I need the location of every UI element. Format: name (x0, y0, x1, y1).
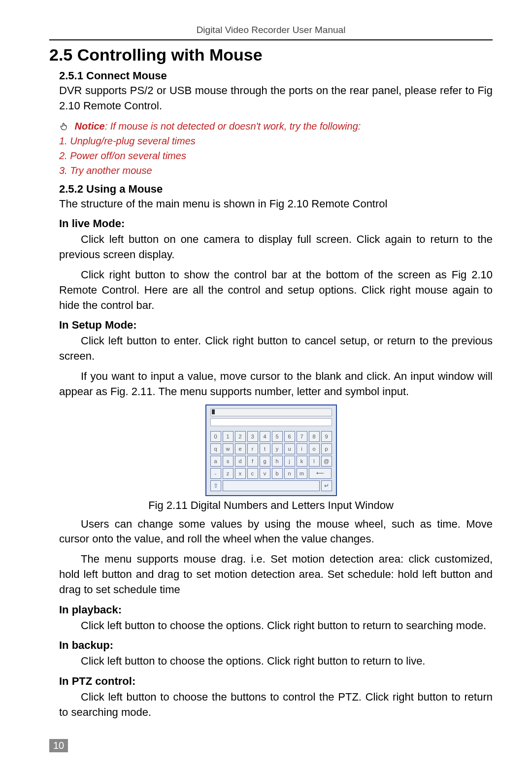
key-backspace[interactable]: ⟵ (309, 468, 332, 479)
key-x[interactable]: x (235, 468, 246, 479)
key-h[interactable]: h (272, 456, 283, 467)
onscreen-keyboard: 0 1 2 3 4 5 6 7 8 9 q w e r t y u i o (205, 404, 337, 496)
subsection-connect-mouse: 2.5.1 Connect Mouse (59, 69, 493, 82)
live-mode-p1: Click left button on one camera to displ… (59, 232, 493, 263)
key-b[interactable]: b (272, 468, 283, 479)
page-number: 10 (49, 739, 68, 752)
key-y[interactable]: y (272, 443, 283, 454)
key-t[interactable]: t (260, 443, 270, 454)
manual-page: Digital Video Recorder User Manual 2.5 C… (0, 0, 532, 772)
using-mouse-intro: The structure of the main menu is shown … (59, 197, 493, 212)
key-r[interactable]: r (247, 443, 258, 454)
figure-caption: Fig 2.11 Digital Numbers and Letters Inp… (49, 499, 493, 512)
playback-p: Click left button to choose the options.… (59, 618, 493, 634)
key-6[interactable]: 6 (284, 431, 295, 442)
subsection-using-mouse: 2.5.2 Using a Mouse (59, 183, 493, 196)
keyboard-row-2: q w e r t y u i o p (210, 443, 332, 454)
keyboard-input-field[interactable] (210, 418, 332, 426)
key-a[interactable]: a (210, 456, 221, 467)
key-4[interactable]: 4 (260, 431, 270, 442)
heading-live-mode: In live Mode: (59, 217, 493, 230)
notice-label: Notice (75, 121, 105, 132)
key-2[interactable]: 2 (235, 431, 246, 442)
keyboard-row-1: 0 1 2 3 4 5 6 7 8 9 (210, 431, 332, 442)
key-c[interactable]: c (247, 468, 258, 479)
heading-backup: In backup: (59, 639, 493, 652)
key-0[interactable]: 0 (210, 431, 221, 442)
keyboard-titlebar (210, 408, 332, 416)
key-n[interactable]: n (284, 468, 295, 479)
notice-item-3: 3. Try another mouse (59, 163, 493, 178)
heading-ptz: In PTZ control: (59, 675, 493, 688)
key-at[interactable]: @ (321, 456, 332, 467)
key-dash[interactable]: - (210, 468, 221, 479)
key-k[interactable]: k (297, 456, 307, 467)
key-l[interactable]: l (309, 456, 320, 467)
key-o[interactable]: o (309, 443, 320, 454)
section-title: 2.5 Controlling with Mouse (49, 45, 493, 65)
hand-pointer-icon (59, 121, 69, 132)
heading-playback: In playback: (59, 604, 493, 616)
heading-setup-mode: In Setup Mode: (59, 319, 493, 332)
figure-2-11: 0 1 2 3 4 5 6 7 8 9 q w e r t y u i o (49, 404, 493, 512)
key-j[interactable]: j (284, 456, 295, 467)
header-rule (49, 39, 493, 40)
key-9[interactable]: 9 (321, 431, 332, 442)
notice-header-line: Notice: If mouse is not detected or does… (59, 119, 493, 134)
keyboard-row-4: - z x c v b n m ⟵ (210, 468, 332, 479)
key-space[interactable] (223, 480, 320, 491)
key-shift[interactable]: ⇧ (210, 480, 221, 491)
key-8[interactable]: 8 (309, 431, 320, 442)
key-1[interactable]: 1 (223, 431, 233, 442)
key-m[interactable]: m (297, 468, 307, 479)
key-g[interactable]: g (260, 456, 270, 467)
key-w[interactable]: w (223, 443, 233, 454)
setup-mode-p2: If you want to input a value, move curso… (59, 369, 493, 400)
key-s[interactable]: s (223, 456, 233, 467)
key-d[interactable]: d (235, 456, 246, 467)
notice-rest: : If mouse is not detected or doesn't wo… (105, 121, 361, 132)
key-v[interactable]: v (260, 468, 270, 479)
key-u[interactable]: u (284, 443, 295, 454)
key-5[interactable]: 5 (272, 431, 283, 442)
keyboard-row-5: ⇧ ↵ (210, 480, 332, 491)
key-e[interactable]: e (235, 443, 246, 454)
key-z[interactable]: z (223, 468, 233, 479)
ptz-p: Click left button to choose the buttons … (59, 690, 493, 720)
after-fig-p2: The menu supports mouse drag. i.e. Set m… (59, 552, 493, 597)
live-mode-p2: Click right button to show the control b… (59, 268, 493, 313)
after-fig-p1: Users can change some values by using th… (59, 517, 493, 547)
key-p[interactable]: p (321, 443, 332, 454)
setup-mode-p1: Click left button to enter. Click right … (59, 334, 493, 364)
key-i[interactable]: i (297, 443, 307, 454)
notice-item-1: 1. Unplug/re-plug several times (59, 134, 493, 148)
key-enter[interactable]: ↵ (321, 480, 332, 491)
backup-p: Click left button to choose the options.… (59, 654, 493, 669)
key-f[interactable]: f (247, 456, 258, 467)
key-q[interactable]: q (210, 443, 221, 454)
connect-mouse-paragraph: DVR supports PS/2 or USB mouse through t… (59, 83, 493, 114)
notice-block: Notice: If mouse is not detected or does… (59, 119, 493, 178)
keyboard-row-3: a s d f g h j k l @ (210, 456, 332, 467)
key-3[interactable]: 3 (247, 431, 258, 442)
notice-item-2: 2. Power off/on several times (59, 148, 493, 163)
running-header: Digital Video Recorder User Manual (49, 25, 493, 35)
key-7[interactable]: 7 (297, 431, 307, 442)
